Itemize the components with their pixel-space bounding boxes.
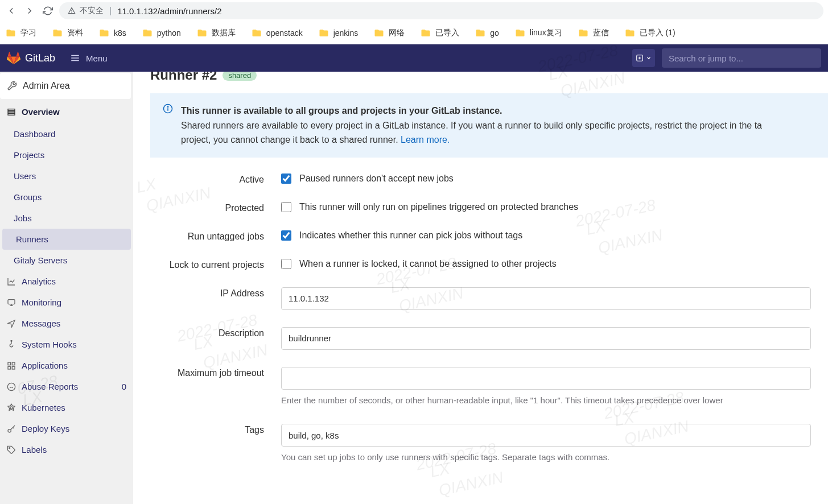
admin-area-link[interactable]: Admin Area <box>0 73 131 99</box>
sidebar-cat-k8s[interactable]: Kubernetes <box>0 397 133 418</box>
bookmark-label: 网络 <box>389 28 405 38</box>
overview-head[interactable]: Overview <box>0 100 133 123</box>
bookmark-item[interactable]: 学习 <box>6 28 36 38</box>
bookmark-item[interactable]: 已导入 <box>421 28 459 38</box>
timeout-input[interactable] <box>281 367 811 390</box>
sidebar-cat-labels[interactable]: Labels <box>0 439 133 460</box>
sidebar-item-dashboard[interactable]: Dashboard <box>0 123 133 144</box>
sidebar-item-gitaly-servers[interactable]: Gitaly Servers <box>0 250 133 271</box>
bookmark-item[interactable]: 已导入 (1) <box>625 28 675 38</box>
desc-input[interactable] <box>281 327 811 350</box>
folder-icon <box>625 28 635 38</box>
bookmark-item[interactable]: 资料 <box>52 28 83 38</box>
sidebar-cat-analytics[interactable]: Analytics <box>0 271 133 292</box>
bookmark-item[interactable]: python <box>142 28 181 38</box>
sidebar-cat-label: Messages <box>22 319 126 328</box>
abuse-icon <box>7 382 16 391</box>
bookmark-label: k8s <box>114 28 126 38</box>
tags-input[interactable] <box>281 424 811 447</box>
protected-checkbox[interactable] <box>281 202 291 212</box>
bookmark-item[interactable]: jenkins <box>319 28 359 38</box>
search-placeholder: Search or jump to... <box>669 53 743 63</box>
sidebar-cat-keys[interactable]: Deploy Keys <box>0 418 133 439</box>
bookmark-item[interactable]: 蓝信 <box>578 28 609 38</box>
sidebar-item-runners[interactable]: Runners <box>2 229 131 250</box>
sidebar-cat-label: Deploy Keys <box>22 424 126 433</box>
folder-icon <box>6 28 16 38</box>
keys-icon <box>7 424 16 433</box>
messages-icon <box>7 319 16 328</box>
new-dropdown[interactable] <box>632 49 655 67</box>
folder-icon <box>319 28 329 38</box>
svg-point-12 <box>11 340 12 341</box>
labels-icon <box>7 445 16 455</box>
address-bar[interactable]: 不安全 | 11.0.1.132/admin/runners/2 <box>59 2 823 19</box>
hamburger-icon <box>70 53 80 63</box>
ip-input[interactable] <box>281 287 811 310</box>
sidebar-cat-abuse[interactable]: Abuse Reports0 <box>0 376 133 397</box>
main-content: Runner #2 shared This runner is availabl… <box>133 72 828 504</box>
bookmark-item[interactable]: 网络 <box>374 28 405 38</box>
bookmark-label: 已导入 <box>435 28 459 38</box>
learn-more-link[interactable]: Learn more. <box>401 135 450 144</box>
svg-rect-7 <box>8 111 15 113</box>
svg-rect-16 <box>12 366 15 369</box>
lock-checkbox[interactable] <box>281 259 291 269</box>
folder-icon <box>197 28 207 38</box>
untagged-checkbox[interactable] <box>281 230 291 241</box>
warning-icon <box>67 6 76 15</box>
protected-label: Protected <box>150 202 264 213</box>
sidebar-item-jobs[interactable]: Jobs <box>0 208 133 229</box>
untagged-label: Run untagged jobs <box>150 230 264 242</box>
bookmark-item[interactable]: openstack <box>252 28 303 38</box>
sidebar-item-projects[interactable]: Projects <box>0 144 133 166</box>
bookmark-label: 资料 <box>67 28 83 38</box>
active-checkbox[interactable] <box>281 173 291 184</box>
svg-point-20 <box>9 447 10 448</box>
info-icon <box>163 104 173 147</box>
analytics-icon <box>7 277 16 286</box>
search-input[interactable]: Search or jump to... <box>662 48 821 68</box>
tags-label: Tags <box>150 424 264 435</box>
bookmark-item[interactable]: 数据库 <box>197 28 236 38</box>
timeout-label: Maximum job timeout <box>150 367 264 378</box>
sidebar-cat-label: Abuse Reports <box>22 382 116 391</box>
bookmarks-bar: 学习资料k8spython数据库openstackjenkins网络已导入gol… <box>0 22 828 44</box>
plus-icon <box>636 54 644 62</box>
folder-icon <box>374 28 384 38</box>
bookmark-item[interactable]: k8s <box>99 28 126 38</box>
bookmark-label: linux复习 <box>530 28 562 38</box>
active-label: Active <box>150 173 264 185</box>
insecure-label: 不安全 <box>80 6 104 16</box>
sidebar-cat-monitoring[interactable]: Monitoring <box>0 292 133 313</box>
folder-icon <box>52 28 63 38</box>
back-button[interactable] <box>5 4 18 18</box>
sidebar-item-groups[interactable]: Groups <box>0 187 133 208</box>
untagged-help: Indicates whether this runner can pick j… <box>299 230 522 241</box>
sidebar-item-label: Groups <box>14 192 42 202</box>
sidebar-cat-hooks[interactable]: System Hooks <box>0 334 133 355</box>
gitlab-topbar: GitLab Menu Search or jump to... <box>0 44 828 72</box>
bookmark-item[interactable]: go <box>475 28 499 38</box>
svg-rect-15 <box>8 366 11 369</box>
sidebar-cat-label: System Hooks <box>22 340 126 349</box>
desc-label: Description <box>150 327 264 338</box>
page-title: Runner #2 <box>150 72 217 83</box>
bookmark-label: 学习 <box>20 28 36 38</box>
forward-button[interactable] <box>23 4 36 18</box>
sidebar-cat-apps[interactable]: Applications <box>0 355 133 376</box>
svg-rect-8 <box>8 113 15 115</box>
menu-label: Menu <box>86 53 108 63</box>
reload-button[interactable] <box>41 4 55 18</box>
tags-help: You can set up jobs to only use runners … <box>281 451 811 464</box>
browser-toolbar: 不安全 | 11.0.1.132/admin/runners/2 <box>0 0 828 22</box>
sidebar-item-label: Users <box>14 171 36 181</box>
bookmark-item[interactable]: linux复习 <box>515 28 562 38</box>
admin-area-label: Admin Area <box>23 81 70 91</box>
menu-button[interactable]: Menu <box>70 53 108 63</box>
gitlab-logo[interactable]: GitLab <box>7 51 55 65</box>
svg-rect-13 <box>8 362 11 365</box>
sidebar-cat-messages[interactable]: Messages <box>0 313 133 334</box>
hooks-icon <box>7 340 16 349</box>
sidebar-item-users[interactable]: Users <box>0 166 133 187</box>
